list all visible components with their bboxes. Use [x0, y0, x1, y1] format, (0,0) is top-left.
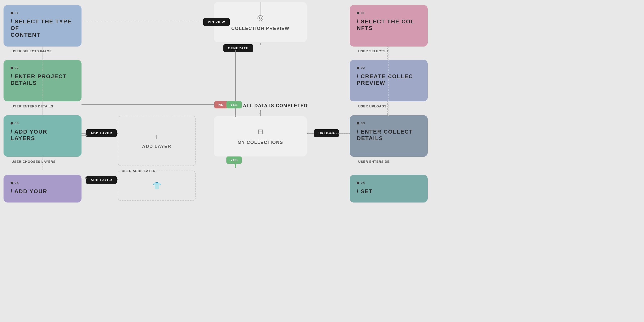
card-title-03-right: / ENTER COLLECTDETAILS	[357, 129, 421, 142]
card-title-04-left: / ADD YOUR	[11, 188, 74, 195]
eye-icon: ◎	[257, 13, 264, 22]
card-04-right: 04 / SET	[350, 175, 428, 203]
dot-03-right	[357, 122, 359, 125]
preview-button[interactable]: PREVIEW	[203, 18, 230, 26]
step-label-02-right: USER UPLOADS I	[358, 104, 389, 108]
card-title-02-left: / ENTER PROJECTDETAILS	[11, 73, 74, 87]
step-label-03-right: USER ENTERS DE	[358, 160, 390, 164]
svg-marker-30	[234, 166, 236, 168]
card-03-left: 03 / ADD YOURLAYERS	[4, 115, 82, 157]
card-number-02-right: 02	[357, 66, 421, 70]
step-label-01-right: USER SELECTS T	[358, 49, 389, 53]
archive-icon: ⊟	[258, 128, 263, 136]
dot-02-right	[357, 67, 359, 69]
upload-button[interactable]: UPLOAD	[314, 129, 339, 137]
add-layer-box-title-1: ADD LAYER	[142, 144, 171, 149]
card-number-02-left: 02	[11, 66, 74, 70]
yes-badge-2[interactable]: YES	[226, 156, 242, 164]
tshirt-icon: 👕	[152, 182, 161, 190]
card-01-right: 01 / SELECT THE COLNFTS	[350, 5, 428, 47]
card-number-01-right: 01	[357, 11, 421, 15]
card-number-04-left: 04	[11, 181, 74, 185]
card-number-03-left: 03	[11, 121, 74, 125]
svg-marker-14	[234, 164, 236, 167]
card-number-03-right: 03	[357, 121, 421, 125]
card-03-right: 03 / ENTER COLLECTDETAILS	[350, 115, 428, 157]
card-02-left: 02 / ENTER PROJECTDETAILS	[4, 60, 82, 101]
add-layer-box-2: 👕	[118, 171, 196, 201]
card-number-01-left: 01	[11, 11, 74, 15]
arrow-1: →	[109, 131, 113, 136]
card-title-01-right: / SELECT THE COLNFTS	[357, 18, 421, 32]
dot-01-right	[357, 12, 359, 14]
step-label-02-left: USER ENTERS DETAILS	[12, 104, 53, 108]
card-title-04-right: / SET	[357, 188, 421, 195]
card-title-03-left: / ADD YOURLAYERS	[11, 129, 74, 142]
svg-marker-28	[259, 111, 261, 113]
all-data-completed-label: ALL DATA IS COMPLETED	[243, 103, 308, 108]
card-02-right: 02 / CREATE COLLECPREVIEW	[350, 60, 428, 101]
step-label-03-left: USER CHOOSES LAYERS	[12, 160, 56, 164]
dot-03-left	[11, 122, 13, 125]
card-04-left: 04 / ADD YOUR	[4, 175, 82, 203]
my-collections-title: MY COLLECTIONS	[238, 140, 283, 145]
dot-01-left	[11, 12, 13, 14]
card-01-left: 01 / SELECT THE TYPE OFCONTENT	[4, 5, 82, 47]
dot-04-left	[11, 182, 13, 184]
step-label-01-left: USER SELECTS IMAGE	[12, 49, 52, 53]
add-layer-box-1: + ADD LAYER	[118, 116, 196, 166]
no-badge[interactable]: NO	[214, 101, 228, 108]
dot-04-right	[357, 182, 359, 184]
svg-marker-12	[259, 110, 261, 112]
card-title-01-left: / SELECT THE TYPE OFCONTENT	[11, 18, 74, 38]
arrow-2: →	[109, 178, 113, 183]
plus-icon: +	[155, 133, 159, 141]
yes-badge-1[interactable]: YES	[226, 101, 242, 108]
my-collections-box: ⊟ MY COLLECTIONS	[214, 116, 307, 156]
dot-02-left	[11, 67, 13, 69]
card-title-02-right: / CREATE COLLECPREVIEW	[357, 73, 421, 87]
collection-preview-title: COLLECTION PREVIEW	[231, 26, 290, 31]
generate-button[interactable]: GENERATE	[223, 44, 253, 52]
step-label-user-adds-layer: USER ADDS LAYER	[122, 169, 155, 173]
card-number-04-right: 04	[357, 181, 421, 185]
